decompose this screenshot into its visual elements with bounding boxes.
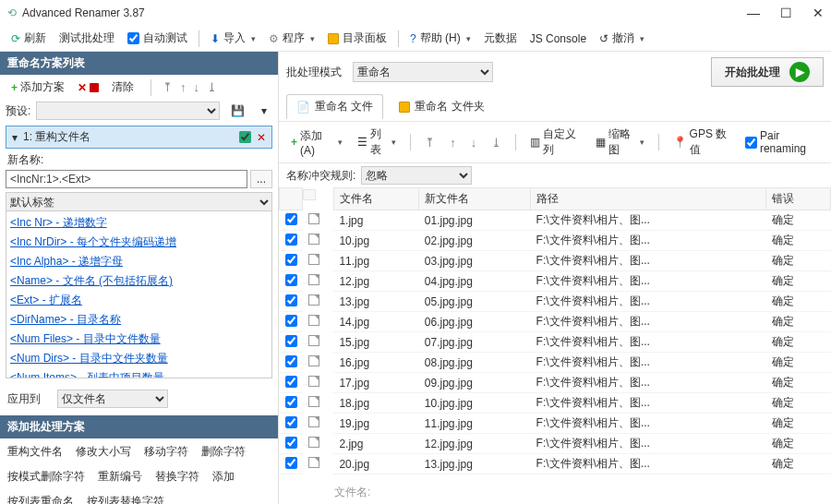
add-files-button[interactable]: +添加 (A)▾ xyxy=(286,126,347,159)
table-row[interactable]: 18.jpg10.jpg.jpgF:\文件资料\相片、图...确定 xyxy=(280,393,831,414)
method-item[interactable]: ▾ 1: 重构文件名 ✕ xyxy=(6,126,272,149)
meta-button[interactable]: 元数据 xyxy=(478,29,523,48)
table-row[interactable]: 11.jpg03.jpg.jpgF:\文件资料\相片、图...确定 xyxy=(280,251,831,271)
col-filename[interactable]: 文件名 xyxy=(333,188,418,210)
close-button[interactable]: ✕ xyxy=(813,6,824,20)
list-up-icon[interactable]: ↑ xyxy=(445,134,461,151)
col-error[interactable]: 错误 xyxy=(766,188,831,210)
tab-folders[interactable]: 重命名 文件夹 xyxy=(389,94,494,119)
tags-category-select[interactable]: 默认标签 xyxy=(6,193,271,211)
add-method-button[interactable]: +添加方案 xyxy=(6,78,70,97)
row-check[interactable] xyxy=(285,254,297,266)
table-row[interactable]: 14.jpg06.jpg.jpgF:\文件资料\相片、图...确定 xyxy=(280,312,831,332)
table-row[interactable]: 17.jpg09.jpg.jpgF:\文件资料\相片、图...确定 xyxy=(280,373,831,393)
tag-link[interactable]: <DirName> - 目录名称 xyxy=(10,310,268,330)
mode-select[interactable]: 重命名 xyxy=(353,62,493,82)
tab-files[interactable]: 📄重命名 文件 xyxy=(286,94,383,119)
scheme-item[interactable]: 按模式删除字符 xyxy=(7,469,85,485)
row-check[interactable] xyxy=(285,355,297,367)
move-top-icon[interactable]: ⤒ xyxy=(163,80,173,94)
row-check[interactable] xyxy=(285,234,297,246)
preset-more-icon[interactable]: ▾ xyxy=(256,102,272,119)
applyto-select[interactable]: 仅文件名 xyxy=(57,390,168,408)
remove-method-button[interactable]: ✕ xyxy=(78,81,99,94)
table-row[interactable]: 1.jpg01.jpg.jpgF:\文件资料\相片、图...确定 xyxy=(280,210,831,231)
row-check[interactable] xyxy=(285,376,297,388)
row-check[interactable] xyxy=(285,294,297,306)
import-button[interactable]: ⬇导入▾ xyxy=(205,29,261,48)
preset-save-icon[interactable]: 💾 xyxy=(225,102,250,119)
jsconsole-button[interactable]: JS Console xyxy=(524,30,592,47)
col-path[interactable]: 路径 xyxy=(531,188,766,210)
scheme-item[interactable]: 移动字符 xyxy=(144,444,188,460)
program-button[interactable]: ⚙程序▾ xyxy=(263,29,320,48)
tag-link[interactable]: <Num Items> - 列表中项目数量 xyxy=(10,368,268,378)
tag-link[interactable]: <Inc NrDir> - 每个文件夹编码递增 xyxy=(10,233,268,252)
table-row[interactable]: 10.jpg02.jpg.jpgF:\文件资料\相片、图...确定 xyxy=(280,231,831,251)
list-bottom-icon[interactable]: ⤓ xyxy=(487,134,506,151)
start-batch-button[interactable]: 开始批处理 ▶ xyxy=(711,57,824,87)
scheme-item[interactable]: 修改大小写 xyxy=(76,444,131,460)
table-row[interactable]: 20.jpg13.jpg.jpgF:\文件资料\相片、图...确定 xyxy=(280,454,831,474)
thumbs-button[interactable]: ▦ 缩略图▾ xyxy=(591,125,649,160)
table-row[interactable]: 16.jpg08.jpg.jpgF:\文件资料\相片、图...确定 xyxy=(280,353,831,373)
schemes-list: 重构文件名修改大小写移动字符删除字符按模式删除字符重新编号替换字符添加按列表重命… xyxy=(0,438,278,504)
scheme-item[interactable]: 替换字符 xyxy=(155,469,199,485)
move-bottom-icon[interactable]: ⤓ xyxy=(207,80,217,94)
table-row[interactable]: 2.jpg12.jpg.jpgF:\文件资料\相片、图...确定 xyxy=(280,434,831,454)
table-row[interactable]: 13.jpg05.jpg.jpgF:\文件资料\相片、图...确定 xyxy=(280,292,831,312)
minimize-button[interactable]: — xyxy=(747,6,760,20)
preset-select[interactable] xyxy=(36,102,220,120)
list-top-icon[interactable]: ⤒ xyxy=(420,134,440,151)
scheme-item[interactable]: 按列表替换字符 xyxy=(87,494,164,504)
method-close-icon[interactable]: ✕ xyxy=(257,131,266,144)
scheme-item[interactable]: 按列表重命名 xyxy=(7,494,74,504)
table-row[interactable]: 15.jpg07.jpg.jpgF:\文件资料\相片、图...确定 xyxy=(280,332,831,353)
autotest-check[interactable] xyxy=(127,32,139,44)
tag-link[interactable]: <Ext> - 扩展名 xyxy=(10,291,268,310)
file-grid[interactable]: 文件名 新文件名 路径 错误 1.jpg01.jpg.jpgF:\文件资料\相片… xyxy=(279,187,831,474)
row-check[interactable] xyxy=(285,335,297,347)
row-check[interactable] xyxy=(285,416,297,428)
conflict-select[interactable]: 忽略 xyxy=(361,166,472,185)
maximize-button[interactable]: ☐ xyxy=(780,6,792,20)
refresh-button[interactable]: ⟳刷新 xyxy=(6,29,52,48)
table-row[interactable]: 19.jpg11.jpg.jpgF:\文件资料\相片、图...确定 xyxy=(280,414,831,434)
scheme-item[interactable]: 重新编号 xyxy=(98,469,142,485)
col-newname[interactable]: 新文件名 xyxy=(419,188,531,210)
help-button[interactable]: ?帮助 (H)▾ xyxy=(404,29,476,48)
list-button[interactable]: ☰ 列表▾ xyxy=(353,125,401,160)
scheme-item[interactable]: 重构文件名 xyxy=(7,444,63,460)
methods-header: 重命名方案列表 xyxy=(0,52,278,75)
info-line: 文件名: xyxy=(334,484,776,501)
gps-button[interactable]: 📍GPS 数值 xyxy=(668,125,735,160)
undo-button[interactable]: ↺撤消▾ xyxy=(594,29,650,48)
collapse-icon[interactable]: ▾ xyxy=(12,131,18,144)
tag-link[interactable]: <Num Dirs> - 目录中文件夹数量 xyxy=(10,349,268,368)
row-check[interactable] xyxy=(285,274,297,286)
test-batch-button[interactable]: 测试批处理 xyxy=(54,29,120,48)
scheme-item[interactable]: 删除字符 xyxy=(201,444,246,460)
tag-link[interactable]: <Inc Alpha> - 递增字母 xyxy=(10,252,268,271)
newname-browse-button[interactable]: ... xyxy=(250,170,272,188)
table-row[interactable]: 12.jpg04.jpg.jpgF:\文件资料\相片、图...确定 xyxy=(280,271,831,292)
row-check[interactable] xyxy=(285,315,297,327)
row-check[interactable] xyxy=(285,396,297,408)
method-enabled-check[interactable] xyxy=(239,131,251,143)
pair-renaming-check[interactable]: Pair renaming xyxy=(741,127,824,157)
newname-input[interactable] xyxy=(6,170,247,188)
tag-link[interactable]: <Inc Nr> - 递增数字 xyxy=(10,213,268,233)
row-check[interactable] xyxy=(285,213,297,225)
columns-button[interactable]: ▥ 自定义列 xyxy=(525,125,585,160)
clear-button[interactable]: 清除 xyxy=(106,78,139,97)
move-up-icon[interactable]: ↑ xyxy=(180,80,187,94)
folderpanel-button[interactable]: 目录面板 xyxy=(322,29,392,48)
move-down-icon[interactable]: ↓ xyxy=(194,80,200,94)
tag-link[interactable]: <Num Files> - 目录中文件数量 xyxy=(10,330,268,349)
row-check[interactable] xyxy=(285,457,297,469)
list-down-icon[interactable]: ↓ xyxy=(466,134,482,151)
row-check[interactable] xyxy=(285,437,297,449)
autotest-button[interactable]: 自动测试 xyxy=(122,29,193,48)
scheme-item[interactable]: 添加 xyxy=(212,469,235,485)
tag-link[interactable]: <Name> - 文件名 (不包括拓展名) xyxy=(10,271,268,291)
